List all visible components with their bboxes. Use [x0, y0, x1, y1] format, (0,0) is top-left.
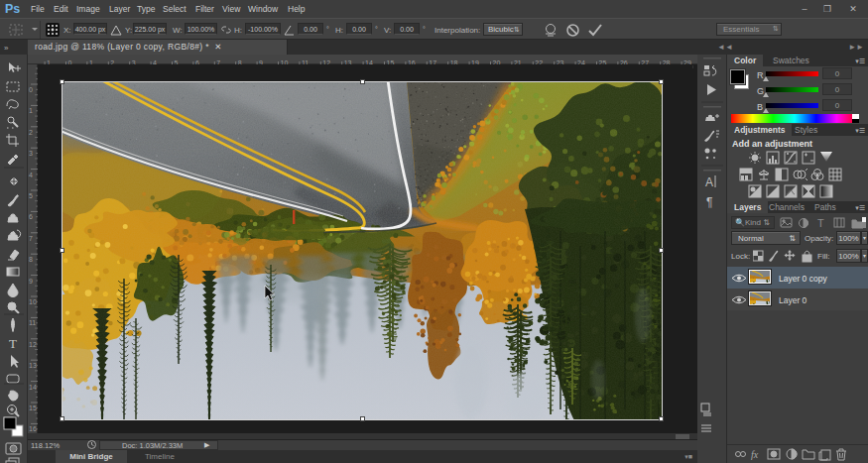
svg-text:13: 13 — [29, 362, 37, 369]
svg-text:10: 10 — [29, 298, 37, 305]
svg-text:8: 8 — [29, 256, 33, 263]
svg-text:15: 15 — [29, 405, 37, 411]
svg-text:14: 14 — [29, 384, 37, 391]
svg-text:3: 3 — [29, 150, 33, 157]
svg-text:12: 12 — [29, 341, 37, 348]
svg-text:T: T — [817, 217, 824, 229]
svg-text:11: 11 — [29, 319, 36, 326]
svg-text:fx: fx — [751, 449, 759, 460]
svg-text:¶: ¶ — [706, 195, 712, 209]
svg-text:A: A — [705, 175, 713, 189]
svg-text:2: 2 — [29, 129, 33, 136]
svg-text:4: 4 — [29, 172, 33, 178]
svg-text:6: 6 — [29, 213, 33, 220]
svg-text:T: T — [9, 336, 17, 351]
svg-text:5: 5 — [29, 192, 33, 199]
svg-text:16: 16 — [29, 425, 37, 432]
svg-text:9: 9 — [29, 278, 33, 285]
svg-text:1: 1 — [29, 107, 33, 114]
svg-text:7: 7 — [29, 235, 33, 242]
svg-text:0: 0 — [29, 86, 33, 93]
